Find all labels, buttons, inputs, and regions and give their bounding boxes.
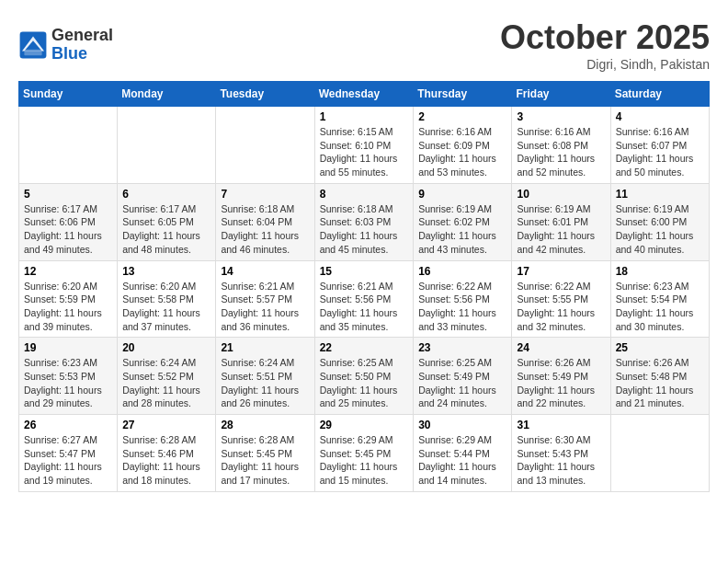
day-number: 7 [221, 188, 309, 201]
calendar-cell: 2Sunrise: 6:16 AMSunset: 6:09 PMDaylight… [414, 107, 512, 184]
day-number: 30 [418, 419, 506, 431]
cell-content: Sunrise: 6:18 AMSunset: 6:03 PMDaylight:… [320, 202, 409, 257]
day-number: 17 [517, 265, 605, 278]
day-number: 22 [320, 341, 409, 354]
weekday-header-row: SundayMondayTuesdayWednesdayThursdayFrid… [19, 82, 710, 107]
cell-content: Sunrise: 6:30 AMSunset: 5:43 PMDaylight:… [517, 433, 605, 488]
day-number: 11 [616, 188, 704, 201]
calendar-cell: 5Sunrise: 6:17 AMSunset: 6:06 PMDaylight… [19, 183, 118, 260]
weekday-header-friday: Friday [512, 82, 610, 107]
weekday-header-monday: Monday [118, 82, 216, 107]
cell-content: Sunrise: 6:17 AMSunset: 6:06 PMDaylight:… [24, 202, 112, 257]
calendar-cell [216, 107, 314, 184]
day-number: 20 [122, 341, 210, 354]
day-number: 5 [24, 188, 112, 201]
day-number: 6 [122, 188, 210, 201]
cell-content: Sunrise: 6:27 AMSunset: 5:47 PMDaylight:… [24, 433, 112, 488]
cell-content: Sunrise: 6:28 AMSunset: 5:46 PMDaylight:… [122, 433, 210, 488]
calendar-cell: 23Sunrise: 6:25 AMSunset: 5:49 PMDayligh… [414, 338, 512, 415]
calendar-cell: 21Sunrise: 6:24 AMSunset: 5:51 PMDayligh… [216, 338, 314, 415]
calendar-cell: 1Sunrise: 6:15 AMSunset: 6:10 PMDaylight… [314, 107, 414, 184]
title-section: October 2025 Digri, Sindh, Pakistan [500, 18, 710, 72]
calendar-cell: 24Sunrise: 6:26 AMSunset: 5:49 PMDayligh… [512, 338, 610, 415]
calendar-cell: 11Sunrise: 6:19 AMSunset: 6:00 PMDayligh… [610, 183, 709, 260]
calendar-cell: 15Sunrise: 6:21 AMSunset: 5:56 PMDayligh… [314, 260, 414, 338]
calendar-cell [118, 107, 216, 184]
cell-content: Sunrise: 6:29 AMSunset: 5:45 PMDaylight:… [320, 433, 409, 488]
page-header: General Blue October 2025 Digri, Sindh, … [18, 18, 710, 72]
calendar-cell: 7Sunrise: 6:18 AMSunset: 6:04 PMDaylight… [216, 183, 314, 260]
day-number: 29 [320, 419, 409, 431]
day-number: 4 [616, 110, 704, 123]
calendar-cell: 12Sunrise: 6:20 AMSunset: 5:59 PMDayligh… [19, 260, 118, 338]
calendar-cell: 14Sunrise: 6:21 AMSunset: 5:57 PMDayligh… [216, 260, 314, 338]
cell-content: Sunrise: 6:16 AMSunset: 6:08 PMDaylight:… [517, 125, 605, 179]
calendar-week-row: 12Sunrise: 6:20 AMSunset: 5:59 PMDayligh… [19, 260, 710, 338]
cell-content: Sunrise: 6:19 AMSunset: 6:01 PMDaylight:… [517, 202, 605, 257]
cell-content: Sunrise: 6:23 AMSunset: 5:53 PMDaylight:… [24, 356, 112, 410]
day-number: 15 [320, 265, 409, 278]
day-number: 18 [616, 265, 704, 278]
cell-content: Sunrise: 6:22 AMSunset: 5:56 PMDaylight:… [418, 280, 506, 334]
cell-content: Sunrise: 6:20 AMSunset: 5:59 PMDaylight:… [24, 280, 112, 334]
calendar-week-row: 1Sunrise: 6:15 AMSunset: 6:10 PMDaylight… [19, 107, 710, 184]
calendar-cell [19, 107, 118, 184]
cell-content: Sunrise: 6:20 AMSunset: 5:58 PMDaylight:… [122, 280, 210, 334]
cell-content: Sunrise: 6:29 AMSunset: 5:44 PMDaylight:… [418, 433, 506, 488]
cell-content: Sunrise: 6:21 AMSunset: 5:57 PMDaylight:… [221, 280, 309, 334]
day-number: 12 [24, 265, 112, 278]
calendar-cell: 19Sunrise: 6:23 AMSunset: 5:53 PMDayligh… [19, 338, 118, 415]
calendar-cell [610, 415, 709, 492]
cell-content: Sunrise: 6:24 AMSunset: 5:52 PMDaylight:… [122, 356, 210, 410]
day-number: 24 [517, 341, 605, 354]
calendar-cell: 16Sunrise: 6:22 AMSunset: 5:56 PMDayligh… [414, 260, 512, 338]
svg-rect-3 [24, 50, 41, 55]
calendar-cell: 26Sunrise: 6:27 AMSunset: 5:47 PMDayligh… [19, 415, 118, 492]
day-number: 26 [24, 419, 112, 431]
calendar-cell: 25Sunrise: 6:26 AMSunset: 5:48 PMDayligh… [610, 338, 709, 415]
cell-content: Sunrise: 6:17 AMSunset: 6:05 PMDaylight:… [122, 202, 210, 257]
calendar-cell: 29Sunrise: 6:29 AMSunset: 5:45 PMDayligh… [314, 415, 414, 492]
cell-content: Sunrise: 6:16 AMSunset: 6:09 PMDaylight:… [418, 125, 506, 179]
calendar-cell: 9Sunrise: 6:19 AMSunset: 6:02 PMDaylight… [414, 183, 512, 260]
cell-content: Sunrise: 6:22 AMSunset: 5:55 PMDaylight:… [517, 280, 605, 334]
calendar-cell: 20Sunrise: 6:24 AMSunset: 5:52 PMDayligh… [118, 338, 216, 415]
cell-content: Sunrise: 6:24 AMSunset: 5:51 PMDaylight:… [221, 356, 309, 410]
month-title: October 2025 [500, 18, 710, 57]
day-number: 31 [517, 419, 605, 431]
day-number: 28 [221, 419, 309, 431]
calendar-table: SundayMondayTuesdayWednesdayThursdayFrid… [18, 81, 710, 492]
weekday-header-saturday: Saturday [610, 82, 709, 107]
day-number: 25 [616, 341, 704, 354]
calendar-week-row: 19Sunrise: 6:23 AMSunset: 5:53 PMDayligh… [19, 338, 710, 415]
cell-content: Sunrise: 6:23 AMSunset: 5:54 PMDaylight:… [616, 280, 704, 334]
calendar-cell: 30Sunrise: 6:29 AMSunset: 5:44 PMDayligh… [414, 415, 512, 492]
day-number: 16 [418, 265, 506, 278]
cell-content: Sunrise: 6:16 AMSunset: 6:07 PMDaylight:… [616, 125, 704, 179]
cell-content: Sunrise: 6:18 AMSunset: 6:04 PMDaylight:… [221, 202, 309, 257]
day-number: 2 [418, 110, 506, 123]
day-number: 1 [320, 110, 409, 123]
calendar-cell: 4Sunrise: 6:16 AMSunset: 6:07 PMDaylight… [610, 107, 709, 184]
calendar-cell: 31Sunrise: 6:30 AMSunset: 5:43 PMDayligh… [512, 415, 610, 492]
day-number: 27 [122, 419, 210, 431]
day-number: 9 [418, 188, 506, 201]
day-number: 8 [320, 188, 409, 201]
calendar-cell: 28Sunrise: 6:28 AMSunset: 5:45 PMDayligh… [216, 415, 314, 492]
logo-text: General Blue [51, 27, 113, 63]
cell-content: Sunrise: 6:19 AMSunset: 6:00 PMDaylight:… [616, 202, 704, 257]
logo: General Blue [18, 27, 113, 63]
calendar-cell: 3Sunrise: 6:16 AMSunset: 6:08 PMDaylight… [512, 107, 610, 184]
day-number: 10 [517, 188, 605, 201]
calendar-cell: 13Sunrise: 6:20 AMSunset: 5:58 PMDayligh… [118, 260, 216, 338]
day-number: 23 [418, 341, 506, 354]
cell-content: Sunrise: 6:25 AMSunset: 5:49 PMDaylight:… [418, 356, 506, 410]
day-number: 21 [221, 341, 309, 354]
cell-content: Sunrise: 6:19 AMSunset: 6:02 PMDaylight:… [418, 202, 506, 257]
calendar-week-row: 5Sunrise: 6:17 AMSunset: 6:06 PMDaylight… [19, 183, 710, 260]
weekday-header-sunday: Sunday [19, 82, 118, 107]
weekday-header-tuesday: Tuesday [216, 82, 314, 107]
calendar-cell: 8Sunrise: 6:18 AMSunset: 6:03 PMDaylight… [314, 183, 414, 260]
day-number: 14 [221, 265, 309, 278]
logo-icon [18, 30, 48, 60]
